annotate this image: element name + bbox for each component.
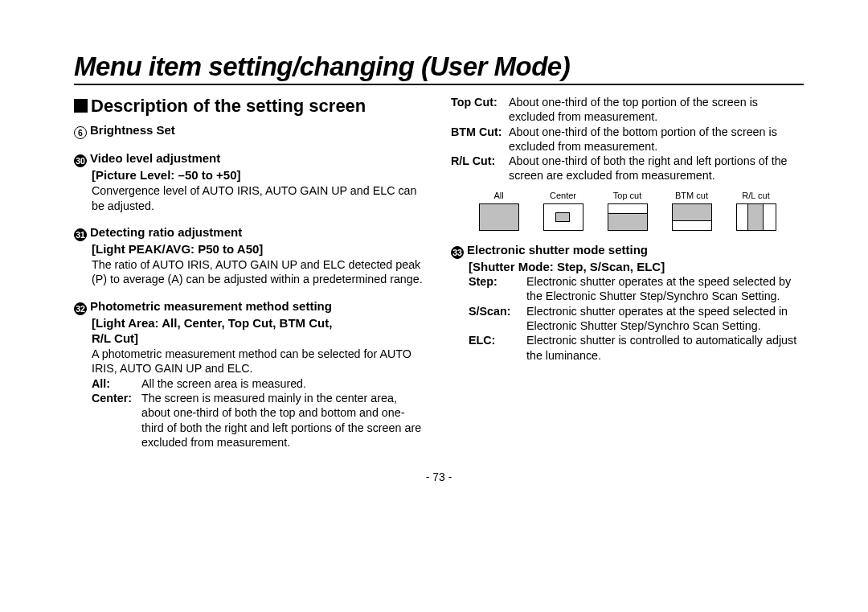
diagram-rlcut-inner bbox=[747, 203, 764, 231]
document-page: Menu item setting/changing (User Mode) D… bbox=[0, 0, 868, 499]
item-30-heading: 30Video level adjustment [Picture Level:… bbox=[74, 150, 427, 183]
def-step-value: Electronic shutter operates at the speed… bbox=[526, 274, 804, 304]
def-sscan-key: S/Scan: bbox=[469, 304, 526, 334]
item-6-title: Brightness Set bbox=[90, 123, 175, 137]
item-30-body: Convergence level of AUTO IRIS, AUTO GAI… bbox=[92, 183, 427, 213]
def-topcut-key: Top Cut: bbox=[451, 95, 509, 125]
circled-number-31-icon: 31 bbox=[74, 228, 87, 241]
def-step-key: Step: bbox=[469, 274, 526, 304]
diagram-center-box bbox=[543, 203, 583, 231]
def-rlcut: R/L Cut: About one-third of both the rig… bbox=[451, 154, 804, 183]
def-sscan: S/Scan: Electronic shutter operates at t… bbox=[469, 304, 804, 334]
item-33-title: Electronic shutter mode setting bbox=[467, 243, 648, 257]
def-topcut: Top Cut: About one-third of the top port… bbox=[451, 95, 804, 125]
diagram-center-label: Center bbox=[550, 190, 576, 201]
content-columns: Description of the setting screen 6Brigh… bbox=[74, 95, 804, 450]
circled-number-32-icon: 32 bbox=[74, 302, 87, 315]
circled-number-33-icon: 33 bbox=[451, 246, 464, 259]
diagram-all-label: All bbox=[493, 190, 503, 201]
def-btmcut: BTM Cut: About one-third of the bottom p… bbox=[451, 125, 804, 154]
def-rlcut-key: R/L Cut: bbox=[451, 154, 509, 183]
item-31-heading: 31Detecting ratio adjustment [Light PEAK… bbox=[74, 224, 427, 257]
diagram-btmcut-inner bbox=[672, 203, 712, 221]
diagram-center: Center bbox=[543, 190, 583, 231]
item-33-heading: 33Electronic shutter mode setting [Shutt… bbox=[451, 242, 804, 274]
item-31-title: Detecting ratio adjustment bbox=[90, 225, 242, 239]
diagram-all: All bbox=[479, 190, 519, 231]
section-heading-text: Description of the setting screen bbox=[91, 96, 366, 116]
item-32-definitions: All: All the screen area is measured. Ce… bbox=[92, 376, 427, 450]
diagram-btmcut-label: BTM cut bbox=[675, 190, 708, 201]
area-diagrams: All Center Top cut BTM cut bbox=[451, 190, 804, 231]
diagram-center-inner bbox=[555, 212, 570, 222]
def-all-value: All the screen area is measured. bbox=[141, 376, 427, 391]
circled-number-30-icon: 30 bbox=[74, 154, 87, 167]
item-32-param2: R/L Cut] bbox=[92, 331, 427, 346]
square-bullet-icon bbox=[74, 99, 88, 113]
item-32-param1: [Light Area: All, Center, Top Cut, BTM C… bbox=[92, 315, 427, 331]
def-elc-value: Electronic shutter is controlled to auto… bbox=[526, 333, 804, 363]
item-32-heading: 32Photometric measurement method setting… bbox=[74, 298, 427, 346]
page-title: Menu item setting/changing (User Mode) bbox=[74, 51, 804, 85]
item-32-title: Photometric measurement method setting bbox=[90, 299, 332, 313]
def-center-value: The screen is measured mainly in the cen… bbox=[141, 391, 427, 450]
def-btmcut-value: About one-third of the bottom portion of… bbox=[509, 125, 804, 154]
diagram-topcut-box bbox=[608, 203, 648, 231]
section-heading: Description of the setting screen bbox=[74, 95, 427, 117]
item-30-param: [Picture Level: –50 to +50] bbox=[92, 167, 427, 183]
diagram-rlcut: R/L cut bbox=[736, 190, 776, 231]
diagram-rlcut-box bbox=[736, 203, 776, 231]
def-all: All: All the screen area is measured. bbox=[92, 376, 427, 391]
right-column: Top Cut: About one-third of the top port… bbox=[451, 95, 804, 450]
item-32-definitions-cont: Top Cut: About one-third of the top port… bbox=[451, 95, 804, 183]
diagram-topcut-inner bbox=[608, 213, 648, 231]
def-center-key: Center: bbox=[92, 391, 141, 450]
circled-number-6-icon: 6 bbox=[74, 126, 87, 139]
def-sscan-value: Electronic shutter operates at the speed… bbox=[526, 304, 804, 334]
def-step: Step: Electronic shutter operates at the… bbox=[469, 274, 804, 304]
def-all-key: All: bbox=[92, 376, 141, 391]
left-column: Description of the setting screen 6Brigh… bbox=[74, 95, 427, 450]
item-6-heading: 6Brightness Set bbox=[74, 122, 427, 139]
diagram-btmcut-box bbox=[672, 203, 712, 231]
item-33-definitions: Step: Electronic shutter operates at the… bbox=[469, 274, 804, 363]
def-elc-key: ELC: bbox=[469, 333, 526, 363]
item-33-param: [Shutter Mode: Step, S/Scan, ELC] bbox=[469, 259, 804, 274]
item-31-param: [Light PEAK/AVG: P50 to A50] bbox=[92, 241, 427, 257]
def-center: Center: The screen is measured mainly in… bbox=[92, 391, 427, 450]
diagram-topcut-label: Top cut bbox=[613, 190, 641, 201]
diagram-topcut: Top cut bbox=[608, 190, 648, 231]
def-btmcut-key: BTM Cut: bbox=[451, 125, 509, 154]
def-topcut-value: About one-third of the top portion of th… bbox=[509, 95, 804, 125]
def-rlcut-value: About one-third of both the right and le… bbox=[509, 154, 804, 183]
diagram-btmcut: BTM cut bbox=[672, 190, 712, 231]
item-32-body: A photometric measurement method can be … bbox=[92, 347, 427, 376]
diagram-all-box bbox=[479, 203, 519, 231]
diagram-rlcut-label: R/L cut bbox=[742, 190, 769, 201]
def-elc: ELC: Electronic shutter is controlled to… bbox=[469, 333, 804, 363]
item-30-title: Video level adjustment bbox=[90, 151, 220, 165]
page-number: - 73 - bbox=[74, 470, 804, 483]
item-31-body: The ratio of AUTO IRIS, AUTO GAIN UP and… bbox=[92, 257, 427, 287]
